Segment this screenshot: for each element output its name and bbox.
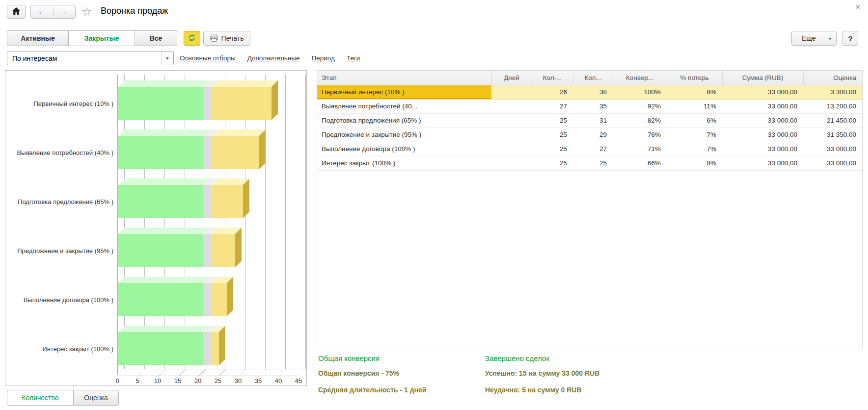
link-period[interactable]: Период	[312, 54, 335, 62]
summary-conversion-title: Общая конверсия	[318, 354, 426, 362]
link-additional-filters[interactable]: Дополнительные	[247, 54, 300, 62]
x-axis-tick-label: 5	[128, 377, 147, 384]
value-cell	[491, 128, 532, 142]
x-axis-tick-label: 10	[148, 377, 167, 384]
chart-gridline	[305, 75, 306, 369]
back-button[interactable]: ←	[31, 7, 54, 17]
table-row[interactable]: Выполнение договора (100% )252771%7%33 0…	[317, 142, 862, 156]
value-cell: 33 000,00	[722, 99, 803, 113]
x-axis-tick-label: 25	[208, 377, 228, 384]
value-cell: 33 000,00	[722, 128, 803, 142]
stage-cell: Первичный интерес (10% )	[317, 85, 491, 99]
history-nav-group: ← →	[30, 5, 76, 19]
toggle-estimate[interactable]: Оценка	[73, 390, 119, 406]
funnel-bar-top-face	[118, 80, 209, 87]
forward-button[interactable]: →	[54, 7, 76, 17]
table-row[interactable]: Предложение и закрытие (95% )252976%7%33…	[317, 128, 862, 142]
stage-cell: Выявление потребностей (40...	[317, 99, 491, 113]
home-button[interactable]	[7, 5, 26, 19]
table-row[interactable]: Первичный интерес (10% )2638100%8%33 000…	[317, 85, 862, 99]
value-cell: 7%	[667, 142, 722, 156]
status-tab-group: Активные Закрытые Все	[7, 30, 177, 46]
column-header-conversion[interactable]: Конвер...	[613, 71, 667, 85]
funnel-bar-segment	[203, 136, 211, 169]
value-cell: 8%	[667, 156, 722, 170]
x-axis-tick-label: 20	[188, 377, 208, 384]
column-header-stage[interactable]: Этап	[317, 71, 491, 85]
value-cell: 7%	[667, 128, 722, 142]
table-row[interactable]: Подготовка предложения (65% )253182%6%33…	[317, 113, 862, 128]
value-cell: 8%	[667, 85, 722, 99]
tab-all-deals[interactable]: Все	[135, 30, 177, 46]
chart-metric-toggle-group: Количество Оценка	[7, 390, 119, 406]
panel-splitter[interactable]	[313, 70, 313, 410]
column-header-count1[interactable]: Кол-...	[532, 71, 573, 85]
column-header-loss-percent[interactable]: % потерь	[667, 71, 722, 85]
summary-duration-line: Средняя длительность - 1 дней	[318, 386, 426, 394]
chart-category-label: Выявление потребностей (40% )	[8, 136, 113, 169]
tab-closed-deals[interactable]: Закрытые	[68, 30, 135, 46]
value-cell: 25	[532, 113, 573, 128]
funnel-plot	[117, 75, 306, 375]
funnel-bar-top-face	[211, 129, 266, 136]
page-title: Воронка продаж	[101, 6, 168, 16]
funnel-bar-segment	[203, 234, 211, 267]
x-axis-tick-label: 0	[108, 377, 127, 384]
funnel-bar-front	[118, 332, 219, 365]
print-button[interactable]: Печать	[203, 31, 250, 46]
funnel-bar-segment	[118, 283, 203, 316]
favorite-star-icon[interactable]: ☆	[81, 5, 92, 19]
funnel-bar-segment	[118, 87, 203, 120]
funnel-bar-top-face	[211, 80, 278, 87]
column-header-count2[interactable]: Кол...	[573, 71, 613, 85]
view-mode-select[interactable]: По интересам ▾	[7, 51, 174, 65]
funnel-bar-top-face	[118, 277, 209, 283]
toggle-quantity[interactable]: Количество	[7, 390, 74, 406]
summary-conversion-block: Общая конверсия Общая конверсия - 75% Ср…	[318, 354, 426, 403]
table-row[interactable]: Выявление потребностей (40...273592%11%3…	[317, 99, 862, 113]
summary-deals-title: Завершено сделок	[485, 354, 599, 362]
column-header-amount[interactable]: Сумма (RUB)	[722, 71, 803, 85]
table-row[interactable]: Интерес закрыт (100% )252566%8%33 000,00…	[317, 156, 862, 170]
x-axis-tick-label: 15	[168, 377, 188, 384]
funnel-bar-segment	[118, 185, 203, 218]
funnel-bar-segment	[203, 283, 211, 316]
summary-deals-block: Завершено сделок Успешно: 15 на сумму 33…	[485, 354, 599, 403]
close-icon[interactable]: ×	[855, 2, 861, 12]
chart-category-label: Интерес закрыт (100% )	[8, 332, 113, 365]
chart-category-label: Первичный интерес (10% )	[8, 87, 113, 120]
link-main-filters[interactable]: Основные отборы	[180, 54, 236, 62]
funnel-bar-side	[271, 80, 278, 120]
funnel-bar-front	[118, 136, 259, 169]
column-header-days[interactable]: Дней	[491, 71, 532, 85]
value-cell: 25	[532, 128, 573, 142]
value-cell: 13 200,00	[803, 99, 862, 113]
value-cell: 38	[573, 85, 613, 99]
funnel-bar-segment	[203, 332, 211, 365]
funnel-bar-side	[235, 228, 242, 267]
view-mode-value: По интересам	[7, 51, 161, 65]
stages-table-body: Первичный интерес (10% )2638100%8%33 000…	[317, 85, 862, 170]
value-cell: 71%	[613, 142, 667, 156]
value-cell: 76%	[613, 128, 667, 142]
value-cell: 33 000,00	[722, 142, 803, 156]
value-cell: 27	[532, 99, 573, 113]
home-icon	[12, 7, 20, 16]
value-cell: 66%	[613, 156, 667, 170]
value-cell: 33 000,00	[722, 85, 803, 99]
refresh-button[interactable]	[184, 31, 200, 46]
link-tags[interactable]: Теги	[347, 54, 360, 62]
help-button[interactable]: ?	[842, 31, 858, 46]
tab-active-deals[interactable]: Активные	[7, 30, 69, 46]
value-cell: 31	[573, 113, 613, 128]
value-cell: 21 450,00	[803, 113, 862, 128]
value-cell: 100%	[613, 85, 667, 99]
value-cell	[491, 156, 532, 170]
forward-arrow-icon: →	[60, 7, 68, 17]
printer-icon	[210, 34, 218, 43]
funnel-bar-top-face	[118, 326, 209, 332]
column-header-estimate[interactable]: Оценка	[803, 71, 862, 85]
value-cell	[491, 142, 532, 156]
funnel-bar-top	[118, 129, 266, 136]
more-button[interactable]: Еще ▾	[791, 31, 837, 46]
